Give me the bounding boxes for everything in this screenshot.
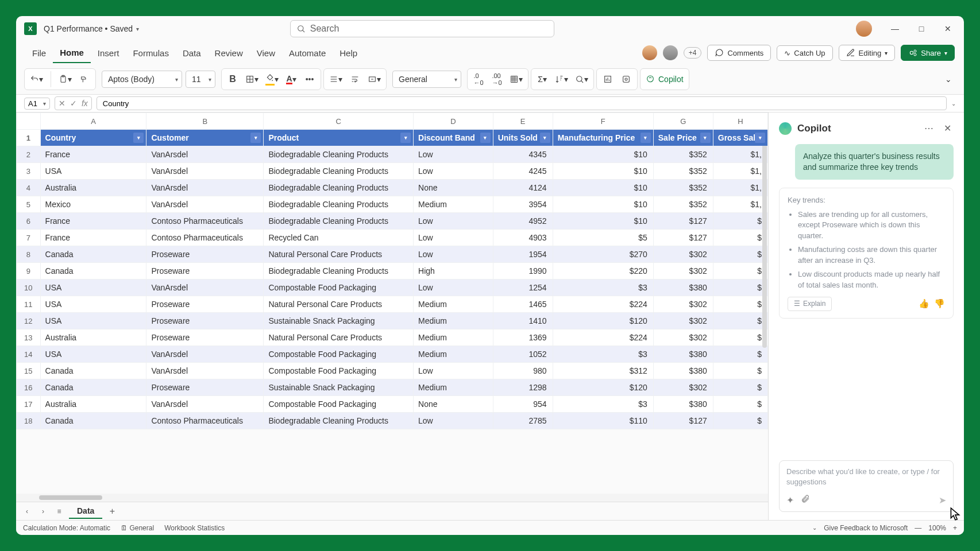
ribbon-expand-button[interactable]: ⌄ bbox=[941, 71, 956, 87]
name-box[interactable]: A1 ▾ bbox=[24, 98, 50, 110]
cell[interactable]: Natural Personal Care Products bbox=[264, 329, 414, 346]
column-header[interactable]: E bbox=[493, 113, 553, 130]
cell[interactable]: $ bbox=[713, 313, 767, 329]
cell[interactable]: Canada bbox=[40, 263, 146, 280]
presence-avatar-2[interactable] bbox=[663, 45, 678, 60]
cell[interactable]: Low bbox=[414, 163, 493, 180]
cell[interactable]: $1, bbox=[713, 146, 767, 163]
cell[interactable]: Medium bbox=[414, 329, 493, 346]
cell[interactable]: VanArsdel bbox=[146, 346, 264, 363]
cell[interactable]: $5 bbox=[553, 230, 653, 246]
cell[interactable]: Biodegradable Cleaning Products bbox=[264, 196, 414, 213]
document-title[interactable]: Q1 Performance • Saved bbox=[44, 24, 133, 33]
cell[interactable]: High bbox=[414, 263, 493, 280]
column-header[interactable]: C bbox=[264, 113, 414, 130]
fill-color-button[interactable]: ▾ bbox=[264, 71, 280, 87]
cell[interactable]: Proseware bbox=[146, 296, 264, 313]
more-font-button[interactable]: ••• bbox=[302, 71, 317, 87]
cell[interactable]: $352 bbox=[653, 180, 713, 196]
cell[interactable]: 4245 bbox=[493, 163, 553, 180]
cell[interactable]: Biodegradable Cleaning Products bbox=[264, 163, 414, 180]
cell[interactable]: Medium bbox=[414, 313, 493, 329]
cell[interactable]: Canada bbox=[40, 413, 146, 429]
cancel-formula-button[interactable]: ✕ bbox=[59, 99, 65, 108]
bold-button[interactable]: B bbox=[225, 71, 240, 87]
column-header[interactable]: F bbox=[553, 113, 653, 130]
format-table-button[interactable]: ▾ bbox=[508, 71, 524, 87]
format-painter-button[interactable] bbox=[77, 71, 92, 87]
cell[interactable]: $220 bbox=[553, 263, 653, 280]
filter-button[interactable]: ▾ bbox=[700, 133, 711, 143]
row-header[interactable]: 14 bbox=[17, 346, 41, 363]
cell[interactable]: Proseware bbox=[146, 263, 264, 280]
table-column-header[interactable]: Units Sold▾ bbox=[493, 130, 553, 146]
cell[interactable]: $302 bbox=[653, 246, 713, 263]
select-all-cell[interactable] bbox=[17, 113, 41, 130]
menu-formulas[interactable]: Formulas bbox=[126, 44, 176, 63]
table-column-header[interactable]: Customer▾ bbox=[146, 130, 264, 146]
table-column-header[interactable]: Gross Sal▾ bbox=[713, 130, 767, 146]
row-header[interactable]: 8 bbox=[17, 246, 41, 263]
spreadsheet-grid[interactable]: ABCDEFGH1Country▾Customer▾Product▾Discou… bbox=[16, 112, 768, 494]
cell[interactable]: 4903 bbox=[493, 230, 553, 246]
merge-button[interactable]: ▾ bbox=[366, 71, 383, 87]
cell[interactable]: Mexico bbox=[40, 196, 146, 213]
cell[interactable]: Low bbox=[414, 213, 493, 230]
title-dropdown-icon[interactable]: ▾ bbox=[136, 26, 139, 32]
table-column-header[interactable]: Product▾ bbox=[264, 130, 414, 146]
horizontal-scrollbar[interactable] bbox=[16, 494, 768, 502]
cell[interactable]: Sustainable Snack Packaging bbox=[264, 313, 414, 329]
formula-input[interactable]: Country bbox=[97, 96, 947, 110]
cell[interactable]: Canada bbox=[40, 363, 146, 379]
cell[interactable]: Biodegradable Cleaning Products bbox=[264, 146, 414, 163]
cell[interactable]: Proseware bbox=[146, 313, 264, 329]
cell[interactable]: Australia bbox=[40, 329, 146, 346]
cell[interactable]: $352 bbox=[653, 196, 713, 213]
sheet-list-button[interactable]: ≡ bbox=[53, 505, 65, 518]
cell[interactable]: $270 bbox=[553, 246, 653, 263]
increase-decimal-button[interactable]: .00→0 bbox=[489, 71, 504, 87]
table-column-header[interactable]: Sale Price▾ bbox=[653, 130, 713, 146]
table-column-header[interactable]: Discount Band▾ bbox=[414, 130, 493, 146]
cell[interactable]: $10 bbox=[553, 146, 653, 163]
column-header[interactable]: H bbox=[713, 113, 767, 130]
cell[interactable]: Proseware bbox=[146, 329, 264, 346]
menu-automate[interactable]: Automate bbox=[282, 44, 333, 63]
find-button[interactable]: ▾ bbox=[573, 71, 590, 87]
cell[interactable]: 1410 bbox=[493, 313, 553, 329]
comments-button[interactable]: Comments bbox=[707, 45, 771, 61]
row-header[interactable]: 4 bbox=[17, 180, 41, 196]
user-avatar[interactable] bbox=[856, 21, 872, 37]
number-format-select[interactable]: General bbox=[392, 71, 461, 88]
row-header[interactable]: 2 bbox=[17, 146, 41, 163]
cell[interactable]: $ bbox=[713, 396, 767, 413]
cell[interactable]: USA bbox=[40, 296, 146, 313]
autosum-button[interactable]: Σ▾ bbox=[535, 71, 550, 87]
accessibility-status[interactable]: 🗓 General bbox=[121, 524, 154, 532]
cell[interactable]: Canada bbox=[40, 379, 146, 396]
cell[interactable]: VanArsdel bbox=[146, 396, 264, 413]
cell[interactable]: $ bbox=[713, 329, 767, 346]
cell[interactable]: $ bbox=[713, 413, 767, 429]
cell[interactable]: France bbox=[40, 230, 146, 246]
cell[interactable]: $302 bbox=[653, 263, 713, 280]
thumbs-up-button[interactable]: 👍 bbox=[919, 297, 929, 310]
cell[interactable]: Proseware bbox=[146, 246, 264, 263]
cell[interactable]: $127 bbox=[653, 213, 713, 230]
cell[interactable]: 1254 bbox=[493, 280, 553, 296]
cell[interactable]: Compostable Food Packaging bbox=[264, 280, 414, 296]
cell[interactable]: $120 bbox=[553, 313, 653, 329]
sheet-tab-data[interactable]: Data bbox=[69, 504, 102, 519]
row-header[interactable]: 16 bbox=[17, 379, 41, 396]
accept-formula-button[interactable]: ✓ bbox=[70, 99, 77, 108]
catch-up-button[interactable]: ∿ Catch Up bbox=[777, 45, 832, 61]
cell[interactable]: $110 bbox=[553, 413, 653, 429]
filter-button[interactable]: ▾ bbox=[250, 133, 261, 143]
undo-button[interactable]: ▾ bbox=[28, 71, 45, 87]
cell[interactable]: Biodegradable Cleaning Products bbox=[264, 180, 414, 196]
cell[interactable]: 1298 bbox=[493, 379, 553, 396]
cell[interactable]: Natural Personal Care Products bbox=[264, 296, 414, 313]
cell[interactable]: $10 bbox=[553, 180, 653, 196]
cell[interactable]: Natural Personal Care Products bbox=[264, 246, 414, 263]
menu-file[interactable]: File bbox=[25, 44, 53, 63]
